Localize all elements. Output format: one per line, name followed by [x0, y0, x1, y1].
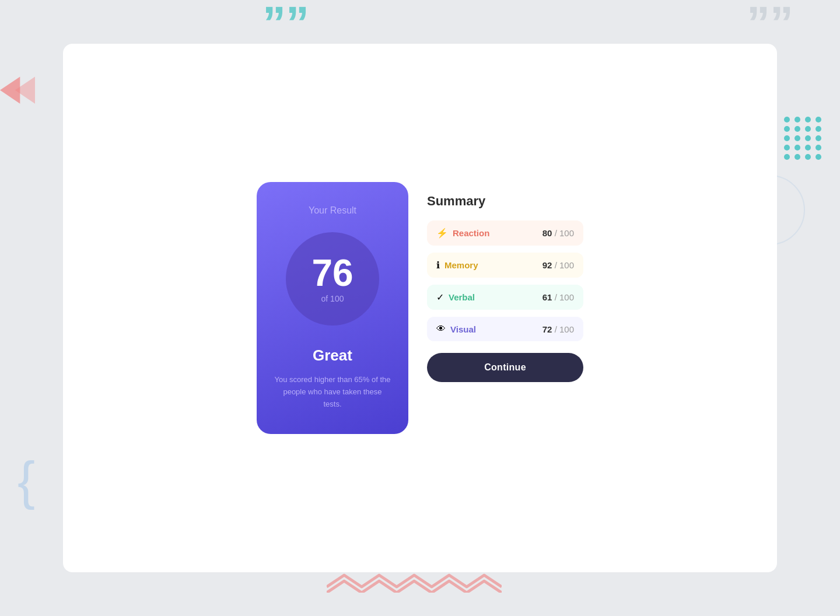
memory-score-val: 92 [542, 260, 552, 270]
summary-item-reaction: ⚡ Reaction 80 / 100 [427, 220, 583, 246]
summary-panel: Summary ⚡ Reaction 80 / 100 ℹ [408, 182, 583, 433]
verbal-score-total: / 100 [555, 292, 574, 302]
result-card: Your Result 76 of 100 Great You scored h… [257, 182, 408, 433]
reaction-label: Reaction [453, 228, 489, 238]
summary-title: Summary [427, 194, 583, 209]
score-of: of 100 [321, 294, 344, 303]
item-left-memory: ℹ Memory [436, 260, 478, 271]
continue-button[interactable]: Continue [427, 353, 583, 382]
bg-zigzag-icon [327, 569, 502, 593]
summary-item-visual: 👁 Visual 72 / 100 [427, 317, 583, 341]
summary-item-memory: ℹ Memory 92 / 100 [427, 253, 583, 278]
summary-items: ⚡ Reaction 80 / 100 ℹ Memory 92 [427, 220, 583, 341]
result-label: Your Result [309, 205, 356, 216]
result-grade: Great [313, 346, 352, 365]
verbal-icon: ✓ [436, 292, 444, 303]
visual-score-val: 72 [542, 324, 552, 334]
memory-score-total: / 100 [555, 260, 574, 270]
memory-icon: ℹ [436, 260, 440, 271]
score-number: 76 [312, 254, 353, 292]
summary-item-verbal: ✓ Verbal 61 / 100 [427, 285, 583, 310]
visual-icon: 👁 [436, 324, 446, 334]
item-left-visual: 👁 Visual [436, 324, 476, 334]
memory-label: Memory [444, 260, 478, 270]
verbal-label: Verbal [449, 292, 475, 302]
visual-score: 72 / 100 [542, 324, 574, 334]
item-left-reaction: ⚡ Reaction [436, 228, 489, 239]
main-container: Your Result 76 of 100 Great You scored h… [63, 44, 777, 572]
bg-quote-teal: ”” [262, 0, 309, 47]
content-wrapper: Your Result 76 of 100 Great You scored h… [257, 182, 583, 433]
reaction-icon: ⚡ [436, 228, 448, 239]
bg-curly-icon: { [18, 451, 35, 511]
memory-score: 92 / 100 [542, 260, 574, 270]
bg-dots-grid [784, 117, 822, 160]
item-left-verbal: ✓ Verbal [436, 292, 475, 303]
reaction-score-total: / 100 [555, 228, 574, 238]
verbal-score: 61 / 100 [542, 292, 574, 302]
reaction-score: 80 / 100 [542, 228, 574, 238]
score-circle: 76 of 100 [286, 232, 379, 326]
bg-quote-gray: ”” [747, 0, 793, 47]
visual-label: Visual [450, 324, 476, 334]
verbal-score-val: 61 [542, 292, 552, 302]
result-description: You scored higher than 65% of the people… [274, 374, 391, 410]
reaction-score-val: 80 [542, 228, 552, 238]
visual-score-total: / 100 [555, 324, 574, 334]
bg-arrow-pink-icon [0, 76, 35, 105]
